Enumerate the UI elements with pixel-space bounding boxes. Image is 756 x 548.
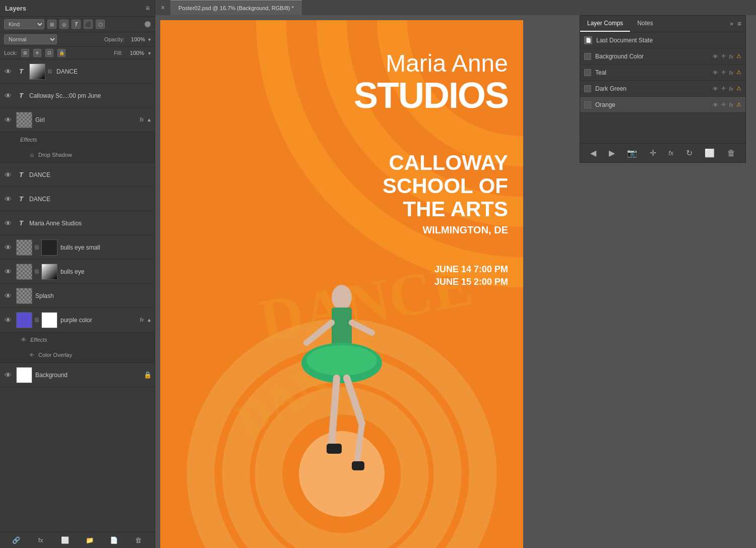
lc-checkbox-teal[interactable] [584,69,591,76]
layer-thumb-container-dance-top: ⛓ [29,64,53,80]
layer-comps-menu-icon[interactable]: ≡ [737,20,741,28]
layer-item-dance-mid2[interactable]: 👁 T DANCE [0,187,155,211]
document-tab[interactable]: Poster02.psd @ 16.7% (Background, RGB/8)… [170,0,302,15]
lc-row-orange[interactable]: Orange 👁 ✛ fx ⚠ [580,97,745,113]
tab-close-button[interactable]: × [155,4,170,12]
layer-item-purple-color[interactable]: 👁 ⛓ purple color fx ▲ [0,308,155,332]
lc-camera-button[interactable]: 📷 [627,148,637,158]
fill-label: Fill: [114,50,122,56]
layer-visibility-bulls-eye[interactable]: 👁 [3,267,13,277]
lc-move-orange[interactable]: ✛ [721,101,726,108]
layer-item-bulls-eye-small[interactable]: 👁 ⛓ bulls eye small [0,235,155,260]
layer-comps-expand-icon[interactable]: » [730,20,733,27]
filter-text-icon[interactable]: T [72,20,81,29]
lc-eye-bg-color[interactable]: 👁 [713,53,718,59]
drop-shadow-eye[interactable]: ◎ [28,151,35,158]
add-style-button[interactable]: fx [35,535,46,546]
lc-row-teal[interactable]: Teal 👁 ✛ fx ⚠ [580,65,745,81]
layer-visibility-purple-color[interactable]: 👁 [3,315,13,325]
layer-visibility-calloway[interactable]: 👁 [3,91,13,101]
layer-visibility-splash[interactable]: 👁 [3,291,13,301]
kind-select[interactable]: Kind [4,19,44,29]
layer-thumb-background [16,367,32,383]
poster-date1: JUNE 14 7:00 PM [434,262,508,277]
lc-move-bg-color[interactable]: ✛ [721,53,726,59]
tab-layer-comps[interactable]: Layer Comps [580,16,630,32]
blend-mode-select[interactable]: Normal [4,34,57,44]
lc-eye-dark-green[interactable]: 👁 [713,86,718,92]
lc-row-bg-color[interactable]: Background Color 👁 ✛ fx ⚠ [580,48,745,65]
lock-transform-icon[interactable]: ⊡ [45,49,53,57]
lc-row-dark-green[interactable]: Dark Green 👁 ✛ fx ⚠ [580,81,745,97]
filter-pixel-icon[interactable]: ⊞ [47,20,56,29]
layer-visibility-dance-mid[interactable]: 👁 [3,170,13,180]
lc-move-button[interactable]: ✛ [650,148,656,158]
filter-toggle[interactable] [145,21,151,27]
lc-warn-dark-green[interactable]: ⚠ [736,85,741,92]
lc-warn-bg-color[interactable]: ⚠ [736,53,741,59]
lc-fx-dark-green[interactable]: fx [729,86,733,92]
lc-fx-bg-color[interactable]: fx [729,53,733,59]
layer-item-dance-top[interactable]: 👁 T ⛓ DANCE [0,59,155,84]
layer-visibility-bulls-eye-small[interactable]: 👁 [3,242,13,253]
effects-eye-purple[interactable]: 👁 [20,336,27,343]
layer-name-bulls-eye-small: bulls eye small [60,244,152,251]
new-group-button[interactable]: 📁 [84,535,95,546]
lc-refresh-button[interactable]: ↻ [686,148,692,158]
layer-item-dance-mid[interactable]: 👁 T DANCE [0,163,155,187]
layer-visibility-background[interactable]: 👁 [3,370,13,380]
lc-warn-teal[interactable]: ⚠ [736,69,741,76]
layer-expand-girl[interactable]: ▲ [147,117,152,123]
layer-expand-purple-color[interactable]: ▲ [147,317,152,323]
filter-smartobj-icon[interactable]: ⬡ [96,20,105,29]
layer-item-calloway[interactable]: 👁 T Calloway Sc...:00 pm June [0,84,155,108]
lc-checkbox-bg-color[interactable] [584,53,591,60]
layer-item-bulls-eye[interactable]: 👁 ⛓ bulls eye [0,260,155,284]
layer-thumb-bulls-eye [41,264,57,280]
link-layers-button[interactable]: 🔗 [11,535,22,546]
color-overlay-label: Color Overlay [38,352,72,358]
delete-layer-button[interactable]: 🗑 [133,535,144,546]
layer-item-girl[interactable]: 👁 Girl fx ▲ [0,108,155,132]
lock-all-icon[interactable]: 🔒 [57,49,66,57]
layer-item-splash[interactable]: 👁 Splash [0,284,155,308]
lock-position-icon[interactable]: ✛ [33,49,41,57]
layer-visibility-girl[interactable]: 👁 [3,115,13,125]
filter-adjust-icon[interactable]: ◎ [59,20,69,29]
lc-duplicate-button[interactable]: ⬜ [705,148,715,158]
lc-eye-orange[interactable]: 👁 [713,102,718,108]
lc-name-last-doc: Last Document State [596,37,741,44]
lc-warn-orange[interactable]: ⚠ [736,101,741,108]
layer-name-purple-color: purple color [60,317,137,324]
layer-name-background: Background [35,372,141,379]
lock-pixels-icon[interactable]: ⊞ [21,49,29,57]
opacity-arrow[interactable]: ▾ [148,37,151,42]
fill-arrow[interactable]: ▾ [148,50,151,56]
tab-notes[interactable]: Notes [630,16,660,32]
add-mask-button[interactable]: ⬜ [59,535,71,546]
panel-menu-icon[interactable]: ≡ [146,4,150,12]
lc-prev-button[interactable]: ◀ [590,148,596,158]
lc-fx-orange[interactable]: fx [729,102,733,108]
layer-item-background[interactable]: 👁 Background 🔒 [0,363,155,387]
lc-move-dark-green[interactable]: ✛ [721,85,726,92]
lc-eye-teal[interactable]: 👁 [713,70,718,76]
lc-fx-button[interactable]: fx [668,149,673,157]
lc-fx-teal[interactable]: fx [729,70,733,76]
lc-checkbox-dark-green[interactable] [584,85,591,92]
layer-item-maria-anne[interactable]: 👁 T Maria Anne Studios [0,211,155,235]
filter-shape-icon[interactable]: ⬛ [84,20,93,29]
lc-next-button[interactable]: ▶ [609,148,615,158]
layer-visibility-dance-top[interactable]: 👁 [3,67,13,77]
svg-rect-18 [327,444,342,454]
color-overlay-eye[interactable]: 👁 [28,351,35,358]
layer-visibility-maria-anne[interactable]: 👁 [3,218,13,228]
lc-move-teal[interactable]: ✛ [721,69,726,76]
lc-row-last-doc[interactable]: 📄 Last Document State [580,32,745,48]
svg-line-16 [347,378,362,423]
lc-checkbox-orange[interactable] [584,101,591,108]
lc-delete-button[interactable]: 🗑 [727,149,735,158]
layer-visibility-dance-mid2[interactable]: 👁 [3,194,13,204]
new-layer-button[interactable]: 📄 [108,535,119,546]
fill-value: 100% [127,50,144,56]
